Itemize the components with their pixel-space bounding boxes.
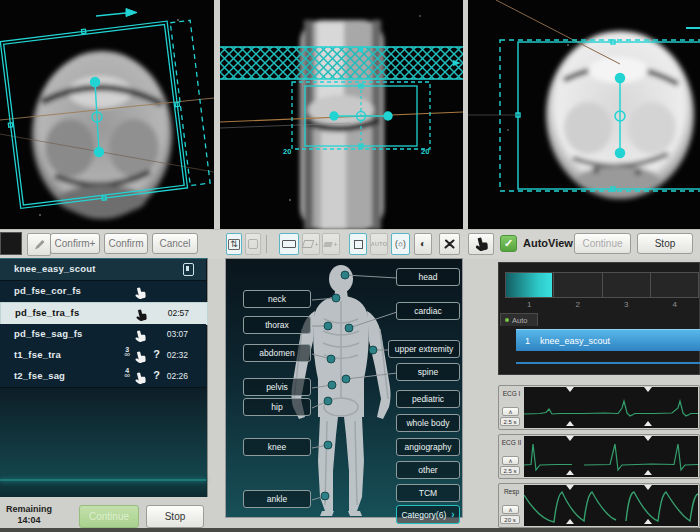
tools-button[interactable]: [439, 233, 460, 255]
queue-item-knee-easy-scout[interactable]: 1 knee_easy_scout: [516, 329, 700, 351]
confirm-plus-button[interactable]: Confirm+: [50, 233, 100, 254]
category-label: Category(6): [401, 510, 446, 520]
ecg2-label: ECG II: [501, 439, 522, 446]
protocol-row-active[interactable]: knee_easy_scout: [0, 259, 206, 281]
toolbar-divider: [266, 235, 267, 253]
viewport-axial-left[interactable]: [0, 0, 214, 229]
ecg1-expand-button[interactable]: ∧: [502, 407, 519, 416]
viewport-coronal-middle[interactable]: [220, 0, 463, 229]
grab-hand-button[interactable]: [468, 233, 494, 255]
resp-trace: [524, 485, 698, 526]
band-plus-icon: [324, 242, 334, 247]
region-button-tcm[interactable]: TCM: [396, 484, 460, 502]
ecg2-scale[interactable]: 2.5 s: [500, 466, 520, 475]
copy-view-button[interactable]: [245, 233, 261, 255]
protocol-name: knee_easy_scout: [14, 263, 96, 274]
add-sat-band-button[interactable]: +: [322, 233, 340, 255]
continue-button-footer[interactable]: Continue: [79, 505, 139, 528]
fov-rect-button[interactable]: [279, 233, 299, 255]
protocol-name: pd_fse_tra_fs: [15, 307, 79, 318]
stop-button-footer[interactable]: Stop: [146, 505, 204, 528]
chevron-up-icon: ∧: [508, 507, 512, 513]
confirm-button[interactable]: Confirm: [104, 233, 148, 254]
continue-button-top[interactable]: Continue: [574, 233, 631, 254]
fov-size-label-right: 20: [421, 147, 429, 156]
edit-pencil-button[interactable]: [27, 233, 51, 256]
check-icon: ✓: [504, 237, 513, 249]
region-button-thorax[interactable]: thorax: [243, 316, 311, 334]
queue-baseline: [516, 362, 700, 364]
protocol-row[interactable]: t1_fse_tra 3∞ ? 02:32: [0, 345, 206, 367]
protocol-name: t2_fse_sag: [14, 370, 65, 381]
link-group-indicator: 3∞: [124, 346, 130, 359]
protocol-name: t1_fse_tra: [14, 349, 61, 360]
region-button-abdomen[interactable]: abdomen: [243, 344, 311, 362]
ecg1-wave-area: [524, 387, 698, 428]
bottom-edge-bar: [0, 528, 700, 532]
region-button-whole-body[interactable]: whole body: [396, 414, 460, 432]
ecg2-wave-area: [524, 436, 698, 477]
category-button[interactable]: Category(6) ›: [396, 505, 460, 524]
add-slice-group-button[interactable]: +: [302, 233, 320, 255]
tilt-plus-icon: [302, 240, 315, 248]
region-button-other[interactable]: other: [396, 461, 460, 479]
protocol-name: pd_fse_cor_fs: [14, 285, 81, 296]
region-button-knee[interactable]: knee: [243, 438, 311, 456]
protocol-time: 03:07: [158, 329, 188, 339]
resp-label: Resp: [501, 488, 522, 495]
protocol-time: 02:57: [159, 308, 189, 318]
resp-expand-button[interactable]: ∧: [502, 505, 519, 514]
blank-page-icon: [248, 239, 258, 249]
ecg2-expand-button[interactable]: ∧: [502, 456, 519, 465]
mri-console-screen: 20 20 Confirm+ Confirm Cancel ⇅ + + AUTO…: [0, 0, 700, 532]
region-button-hip[interactable]: hip: [243, 398, 311, 416]
stop-button-top[interactable]: Stop: [637, 233, 693, 254]
queue-item-name: knee_easy_scout: [540, 336, 610, 346]
region-button-angiography[interactable]: angiography: [396, 438, 460, 456]
region-button-head[interactable]: head: [396, 268, 460, 286]
region-button-upper-extremity[interactable]: upper extremity: [388, 340, 460, 358]
chevron-right-icon: ›: [451, 509, 454, 520]
isocenter-button[interactable]: (○): [391, 233, 410, 255]
hand-cursor-icon: [473, 236, 489, 253]
window-level-button[interactable]: ◐: [414, 233, 432, 255]
wrench-icon: [443, 238, 456, 250]
protocol-row[interactable]: pd_fse_cor_fs: [0, 281, 206, 303]
mri-axial-bright-image: [468, 0, 700, 229]
ecg2-trace: [524, 436, 698, 477]
cancel-button[interactable]: Cancel: [152, 233, 198, 254]
queue-item-index: 1: [525, 336, 530, 346]
region-button-spine[interactable]: spine: [396, 363, 460, 381]
region-button-pediatric[interactable]: pediatric: [396, 390, 460, 408]
resp-scale[interactable]: 20 s: [500, 515, 520, 524]
protocol-time: 02:32: [158, 350, 188, 360]
panel-progress-line: [0, 479, 206, 481]
chevron-up-icon: ∧: [508, 409, 512, 415]
chevron-up-icon: ∧: [508, 458, 512, 464]
ecg1-scale[interactable]: 2.5 s: [500, 417, 520, 426]
region-button-pelvis[interactable]: pelvis: [243, 378, 311, 396]
region-button-ankle[interactable]: ankle: [243, 490, 311, 508]
link-group-indicator: 4∞: [124, 367, 130, 380]
resp-wave-area: [524, 485, 698, 526]
autoview-checkbox[interactable]: ✓: [500, 235, 517, 252]
timeline-tick-labels: 1 2 3 4: [505, 300, 699, 309]
protocol-row[interactable]: pd_fse_sag_fs 03:07: [0, 324, 206, 346]
region-button-neck[interactable]: neck: [243, 290, 311, 308]
mri-axial-image: [0, 0, 214, 229]
mri-coronal-image: [220, 0, 463, 229]
remaining-label: Remaining: [0, 504, 58, 514]
auto-tab[interactable]: Auto: [500, 313, 538, 326]
shim-volume-button[interactable]: [349, 233, 367, 255]
link-icon: ∞: [124, 351, 130, 359]
protocol-row[interactable]: t2_fse_sag 4∞ ? 02:26: [0, 366, 206, 388]
viewport-axial-right[interactable]: [468, 0, 700, 229]
protocol-row-selected[interactable]: pd_fse_tra_fs 02:57: [0, 302, 208, 325]
auto-position-button[interactable]: AUTO: [370, 233, 388, 255]
green-dot-icon: [505, 318, 509, 322]
dark-tool-button[interactable]: [0, 232, 22, 255]
layout-fit-button[interactable]: ⇅: [226, 233, 242, 255]
hand-cursor-icon: [133, 369, 148, 389]
swap-arrows-icon: ⇅: [228, 239, 240, 250]
region-button-cardiac[interactable]: cardiac: [396, 302, 460, 320]
